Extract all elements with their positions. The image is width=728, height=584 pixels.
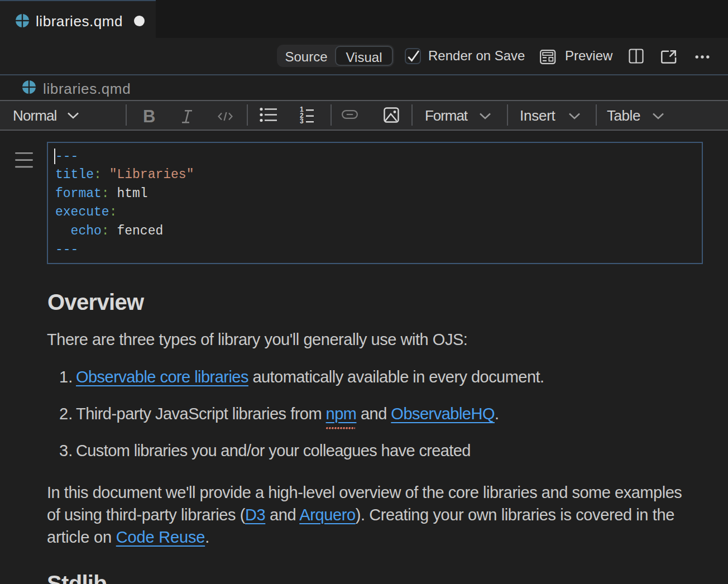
svg-text:3: 3 [300,117,304,125]
